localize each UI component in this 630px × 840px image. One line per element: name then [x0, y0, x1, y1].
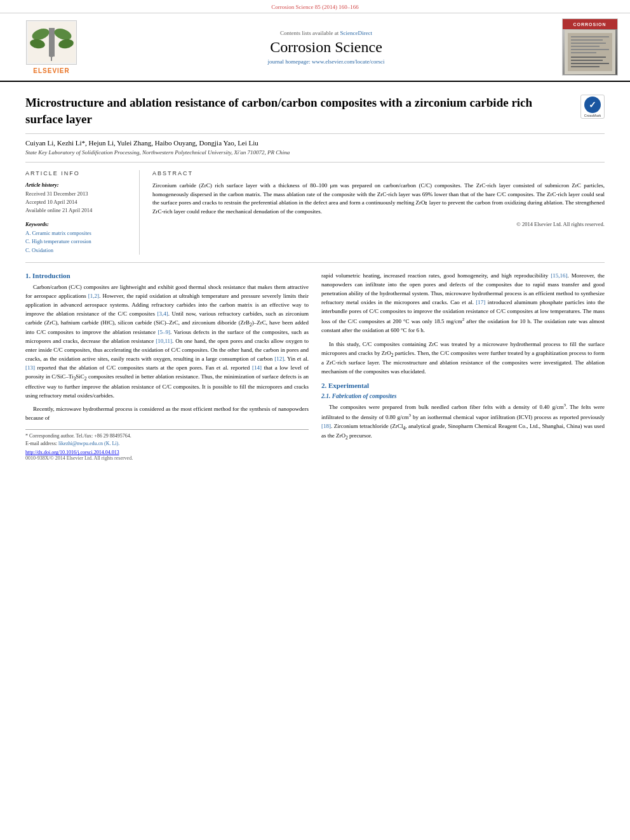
footer-doi: http://dx.doi.org/10.1016/j.corsci.2014.… — [25, 450, 309, 455]
article-title: Microstructure and ablation resistance o… — [25, 95, 580, 127]
footer-section: * Corresponding author. Tel./fax: +86 29… — [25, 429, 309, 461]
keyword-1: A. Ceramic matrix composites — [25, 229, 130, 238]
accepted-date: Accepted 10 April 2014 — [25, 198, 130, 206]
footer-email-link[interactable]: likezhi@nwpu.edu.cn (K. Li). — [58, 441, 119, 446]
sciencedirect-link: Contents lists available at ScienceDirec… — [105, 30, 547, 36]
svg-rect-11 — [571, 39, 603, 41]
ref-1-2[interactable]: [1,2] — [88, 293, 99, 299]
footer-issn: 0010-938X/© 2014 Elsevier Ltd. All right… — [25, 455, 309, 461]
corrosion-logo-header: CORROSION — [563, 19, 617, 29]
journal-homepage: journal homepage: www.elsevier.com/locat… — [105, 58, 547, 65]
received-date: Received 31 December 2013 — [25, 190, 130, 198]
svg-rect-12 — [571, 43, 606, 44]
footer-email-line: E-mail address: likezhi@nwpu.edu.cn (K. … — [25, 440, 309, 448]
main-col-left: 1. Introduction Carbon/carbon (C/C) comp… — [25, 272, 309, 461]
corrosion-logo-section: CORROSION — [560, 18, 620, 76]
available-date: Available online 21 April 2014 — [25, 206, 130, 215]
ref-17[interactable]: [17] — [476, 299, 485, 305]
main-col-right: rapid volumetric heating, increased reac… — [321, 272, 605, 461]
svg-rect-15 — [571, 52, 596, 53]
svg-rect-14 — [571, 49, 609, 50]
history-label: Article history: — [25, 182, 130, 188]
info-abstract-section: ARTICLE INFO Article history: Received 3… — [25, 163, 605, 263]
svg-rect-16 — [571, 57, 606, 58]
journal-reference: Corrosion Science 85 (2014) 160–166 — [271, 4, 358, 10]
keyword-2: C. High temperature corrosion — [25, 237, 130, 246]
elsevier-logo-section: ELSEVIER — [10, 20, 93, 74]
svg-rect-18 — [571, 63, 609, 64]
affiliation-line: State Key Laboratory of Solidification P… — [25, 149, 605, 163]
authors-text: Cuiyan Li, Kezhi Li*, Hejun Li, Yulei Zh… — [25, 139, 258, 147]
ref-13[interactable]: [13] — [25, 364, 35, 371]
ref-12[interactable]: [12] — [274, 356, 284, 362]
ref-5-9[interactable]: [5–9] — [158, 329, 170, 335]
section1-heading: 1. Introduction — [25, 272, 309, 279]
article-info-label: ARTICLE INFO — [25, 170, 130, 177]
svg-rect-13 — [571, 46, 600, 47]
main-body: 1. Introduction Carbon/carbon (C/C) comp… — [25, 263, 605, 461]
keyword-3-link[interactable]: C. Oxidation — [25, 247, 53, 253]
footer-note-star: * Corresponding author. Tel./fax: +86 29… — [25, 432, 309, 440]
corrosion-label: CORROSION — [573, 22, 606, 27]
doi-link[interactable]: http://dx.doi.org/10.1016/j.corsci.2014.… — [25, 450, 119, 455]
elsevier-wordmark: ELSEVIER — [33, 67, 69, 74]
section2-heading: 2. Experimental — [321, 382, 605, 389]
copyright-line: © 2014 Elsevier Ltd. All rights reserved… — [152, 221, 605, 227]
svg-rect-19 — [571, 66, 600, 67]
article-container: Microstructure and ablation resistance o… — [0, 82, 630, 474]
abstract-text: Zirconium carbide (ZrC) rich surface lay… — [152, 182, 605, 216]
svg-rect-17 — [571, 60, 603, 61]
section1-right-para1: rapid volumetric heating, increased reac… — [321, 272, 605, 335]
ref-10-11[interactable]: [10,11] — [156, 338, 172, 344]
svg-point-6 — [49, 52, 54, 57]
journal-title: Corrosion Science — [105, 39, 547, 56]
corrosion-logo-box: CORROSION — [562, 18, 618, 76]
section2-para1: The composites were prepared from bulk n… — [321, 402, 605, 442]
section1-right-para2: In this study, C/C composites containing… — [321, 340, 605, 377]
ref-3-4[interactable]: [3,4] — [158, 310, 168, 317]
ref-18[interactable]: [18] — [321, 423, 331, 429]
journal-reference-bar: Corrosion Science 85 (2014) 160–166 — [0, 0, 630, 13]
elsevier-emblem — [26, 20, 77, 65]
journal-title-section: Contents lists available at ScienceDirec… — [93, 30, 560, 65]
keyword-1-link[interactable]: A. Ceramic matrix composites — [25, 230, 91, 236]
keywords-label: Keywords: — [25, 221, 130, 227]
sciencedirect-anchor[interactable]: ScienceDirect — [340, 30, 372, 36]
journal-homepage-link[interactable]: journal homepage: www.elsevier.com/locat… — [268, 58, 385, 65]
abstract-column: ABSTRACT Zirconium carbide (ZrC) rich su… — [152, 170, 605, 255]
section1-para2: Recently, microwave hydrothermal process… — [25, 405, 309, 423]
abstract-label: ABSTRACT — [152, 170, 605, 177]
authors-line: Cuiyan Li, Kezhi Li*, Hejun Li, Yulei Zh… — [25, 134, 605, 149]
crossmark-icon: ✓ — [584, 97, 601, 113]
article-info-column: ARTICLE INFO Article history: Received 3… — [25, 170, 140, 255]
crossmark-badge[interactable]: ✓ CrossMark — [580, 95, 605, 119]
corrosion-logo-image — [563, 29, 617, 75]
section2-subheading: 2.1. Fabrication of composites — [321, 393, 605, 399]
keyword-2-link[interactable]: C. High temperature corrosion — [25, 238, 91, 244]
svg-rect-10 — [571, 36, 609, 37]
journal-header: ELSEVIER Contents lists available at Sci… — [0, 13, 630, 82]
section1-para1: Carbon/carbon (C/C) composites are light… — [25, 283, 309, 400]
article-title-section: Microstructure and ablation resistance o… — [25, 82, 605, 134]
ref-15-16[interactable]: [15,16] — [551, 272, 567, 279]
crossmark-label: CrossMark — [584, 114, 601, 117]
ref-14[interactable]: [14] — [252, 364, 262, 371]
keyword-3: C. Oxidation — [25, 246, 130, 255]
